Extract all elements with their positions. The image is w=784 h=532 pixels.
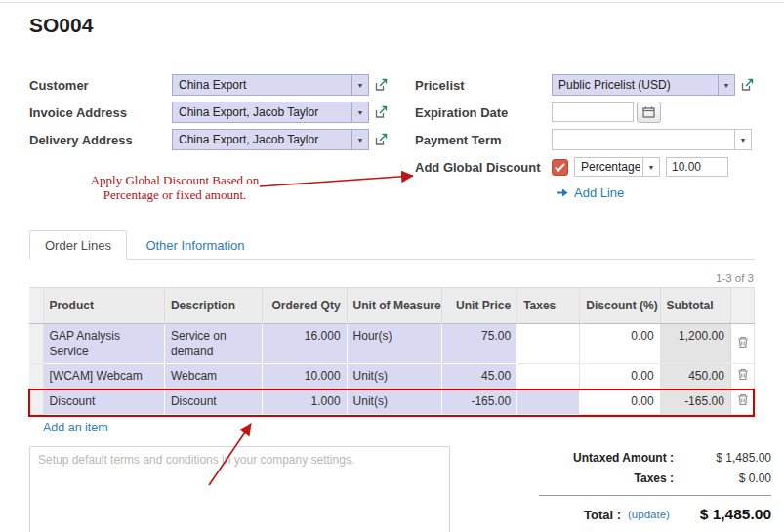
order-line-row-1[interactable]: GAP Analysis Service Service on demand 1…	[29, 324, 755, 364]
taxes-label: Taxes :	[539, 471, 689, 485]
discount-type-select[interactable]: Percentage ▼	[574, 157, 660, 177]
dropdown-arrow-icon: ▼	[351, 102, 368, 122]
delete-row-icon[interactable]	[730, 389, 754, 415]
cell-uom: Hour(s)	[347, 324, 441, 364]
row-handle	[29, 389, 43, 415]
total-row: Total : (update) $ 1,485.00	[539, 503, 771, 526]
add-line-button[interactable]: Add Line	[557, 185, 624, 200]
cell-uom: Unit(s)	[347, 364, 441, 389]
field-group-right: Pricelist Public Pricelist (USD) ▼ Expir…	[415, 74, 757, 184]
cell-product: Discount	[43, 389, 164, 415]
cell-price: -165.00	[441, 389, 516, 415]
order-line-row-discount[interactable]: Discount Discount 1.000 Unit(s) -165.00 …	[29, 389, 755, 415]
cell-qty: 10.000	[263, 364, 347, 389]
checkmark-icon	[555, 163, 565, 172]
dropdown-arrow-icon: ▼	[642, 158, 659, 176]
col-subtotal[interactable]: Subtotal	[660, 288, 730, 324]
order-line-row-2[interactable]: [WCAM] Webcam Webcam 10.000 Unit(s) 45.0…	[29, 364, 755, 389]
taxes-value: $ 0.00	[689, 471, 771, 485]
cell-description: Discount	[164, 389, 262, 415]
delete-row-icon[interactable]	[730, 324, 754, 364]
field-payment-term: Payment Term ▼	[415, 129, 757, 150]
cell-description: Service on demand	[164, 324, 262, 364]
col-discount[interactable]: Discount (%)	[580, 288, 660, 324]
sales-order-form: SO004 Customer China Export ▼ Invoice Ad…	[0, 0, 784, 532]
page-title: SO004	[29, 14, 93, 37]
dropdown-arrow-icon: ▼	[718, 75, 734, 95]
discount-type-value: Percentage	[581, 160, 640, 174]
cell-qty: 16.000	[263, 324, 347, 364]
terms-conditions-textarea[interactable]	[29, 446, 450, 532]
cell-taxes	[517, 324, 580, 364]
cell-discount: 0.00	[580, 364, 660, 389]
cell-discount: 0.00	[580, 389, 660, 415]
add-an-item-link[interactable]: Add an item	[43, 421, 108, 434]
total-label: Total :	[584, 508, 621, 522]
external-link-icon[interactable]	[374, 105, 388, 119]
customer-select[interactable]: China Export ▼	[172, 74, 369, 96]
global-discount-label: Add Global Discount	[415, 160, 552, 175]
payment-term-label: Payment Term	[415, 133, 552, 147]
untaxed-amount-row: Untaxed Amount : $ 1,485.00	[539, 447, 771, 468]
delivery-address-label: Delivery Address	[29, 133, 172, 147]
dropdown-arrow-icon: ▼	[351, 130, 368, 149]
add-line-label: Add Line	[574, 185, 624, 200]
external-link-icon[interactable]	[374, 78, 388, 92]
global-discount-checkbox[interactable]	[552, 159, 568, 176]
field-delivery-address: Delivery Address China Export, Jacob Tay…	[29, 129, 395, 150]
tab-order-lines[interactable]: Order Lines	[29, 230, 127, 260]
totals-panel: Untaxed Amount : $ 1,485.00 Taxes : $ 0.…	[539, 447, 771, 526]
tab-other-information[interactable]: Other Information	[131, 231, 259, 261]
col-product[interactable]: Product	[43, 288, 164, 324]
table-header-row: Product Description Ordered Qty Unit of …	[29, 288, 755, 324]
discount-amount-input[interactable]	[666, 157, 728, 177]
trash-column-header	[730, 288, 754, 324]
col-unit-price[interactable]: Unit Price	[441, 288, 516, 324]
list-pager: 1-3 of 3	[716, 272, 754, 284]
col-taxes[interactable]: Taxes	[517, 288, 580, 324]
arrow-right-icon	[557, 187, 569, 198]
customer-label: Customer	[29, 78, 172, 93]
top-divider	[0, 2, 784, 3]
update-link[interactable]: (update)	[628, 509, 670, 520]
total-value: $ 1,485.00	[700, 506, 771, 523]
customer-value: China Export	[179, 78, 246, 92]
cell-subtotal: 1,200.00	[660, 324, 730, 364]
handle-column-header	[29, 288, 43, 324]
invoice-address-value: China Export, Jacob Taylor	[179, 105, 318, 119]
col-ordered-qty[interactable]: Ordered Qty	[263, 288, 347, 324]
cell-subtotal: -165.00	[660, 389, 730, 415]
pricelist-value: Public Pricelist (USD)	[558, 78, 671, 92]
delivery-address-value: China Export, Jacob Taylor	[179, 133, 318, 146]
cell-price: 75.00	[441, 324, 516, 364]
expiration-date-label: Expiration Date	[415, 105, 552, 120]
expiration-date-input[interactable]	[552, 102, 634, 122]
cell-product: [WCAM] Webcam	[43, 364, 164, 389]
order-lines-table: Product Description Ordered Qty Unit of …	[29, 287, 755, 415]
cell-description: Webcam	[164, 364, 262, 389]
invoice-address-select[interactable]: China Export, Jacob Taylor ▼	[172, 102, 369, 123]
cell-price: 45.00	[441, 364, 516, 389]
col-description[interactable]: Description	[164, 288, 262, 324]
untaxed-amount-label: Untaxed Amount :	[539, 451, 689, 465]
col-unit-of-measure[interactable]: Unit of Measure	[347, 288, 441, 324]
row-handle	[29, 364, 43, 389]
row-handle	[29, 324, 43, 364]
payment-term-select[interactable]: ▼	[552, 129, 752, 150]
delete-row-icon[interactable]	[730, 364, 754, 389]
invoice-address-label: Invoice Address	[29, 105, 172, 120]
field-global-discount: Add Global Discount Percentage ▼	[415, 156, 757, 178]
field-pricelist: Pricelist Public Pricelist (USD) ▼	[415, 74, 757, 96]
external-link-icon[interactable]	[374, 133, 388, 146]
delivery-address-select[interactable]: China Export, Jacob Taylor ▼	[172, 129, 369, 150]
calendar-icon[interactable]	[637, 102, 661, 123]
totals-divider	[539, 495, 771, 496]
cell-product: GAP Analysis Service	[43, 324, 164, 364]
cell-qty: 1.000	[263, 389, 347, 415]
field-group-left: Customer China Export ▼ Invoice Address …	[29, 74, 395, 156]
pricelist-select[interactable]: Public Pricelist (USD) ▼	[552, 74, 735, 96]
cell-uom: Unit(s)	[347, 389, 441, 415]
external-link-icon[interactable]	[740, 78, 754, 92]
cell-taxes	[517, 389, 580, 415]
pricelist-label: Pricelist	[415, 78, 552, 93]
